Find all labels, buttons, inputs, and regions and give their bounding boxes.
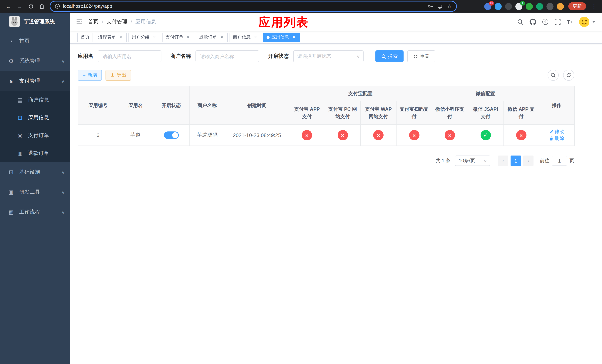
tab-close-icon[interactable]: × — [253, 35, 258, 40]
filter-form: 应用名 商户名称 开启状态 请选择开启状态 ∨ 搜索 — [78, 50, 574, 62]
font-size-icon[interactable]: TT — [567, 19, 572, 25]
tab-close-icon[interactable]: × — [118, 35, 123, 40]
sidebar-item-系统管理[interactable]: ⚙系统管理∨ — [0, 51, 70, 71]
toggle-search-icon[interactable] — [548, 70, 559, 81]
next-page-button[interactable]: › — [523, 156, 534, 166]
tab-首页[interactable]: 首页 — [77, 32, 93, 42]
export-button[interactable]: 导出 — [106, 70, 131, 81]
password-key-icon[interactable] — [428, 4, 433, 9]
tab-close-icon[interactable]: × — [291, 35, 297, 40]
extension-icon-7[interactable] — [547, 3, 553, 10]
fullscreen-icon[interactable] — [554, 19, 560, 25]
extension-icon-6[interactable] — [536, 3, 543, 10]
hamburger-icon[interactable] — [70, 19, 88, 25]
sidebar-item-退款订单[interactable]: ▥退款订单 — [0, 144, 70, 162]
wechat-mini-status-icon: × — [445, 130, 455, 140]
doc-icon: ▥ — [16, 150, 24, 157]
extension-badge: 10 — [489, 1, 494, 5]
goto-page-input[interactable] — [552, 156, 567, 166]
sidebar-item-应用信息[interactable]: ⊞应用信息 — [0, 109, 70, 127]
browser-update-button[interactable]: 更新 — [568, 2, 586, 10]
extension-icon-5[interactable] — [526, 3, 533, 10]
alipay-app-status-icon: × — [302, 130, 312, 140]
page-size-select[interactable]: 10条/页 ∨ — [455, 156, 490, 166]
breadcrumb-item-home[interactable]: 首页 — [88, 19, 98, 25]
tab-支付订单[interactable]: 支付订单× — [162, 32, 194, 42]
page-1-button[interactable]: 1 — [511, 156, 521, 166]
add-button-label: 新增 — [87, 72, 97, 78]
breadcrumb-item-pay[interactable]: 支付管理 — [107, 19, 127, 25]
sidebar-item-基础设施[interactable]: ⊡基础设施∨ — [0, 162, 70, 182]
merchant-name-input[interactable] — [195, 50, 259, 62]
tab-退款订单[interactable]: 退款订单× — [196, 32, 228, 42]
url-text[interactable]: localhost:1024/pay/app — [63, 4, 423, 9]
user-avatar[interactable] — [579, 16, 595, 27]
sidebar-item-商户信息[interactable]: ▤商户信息 — [0, 91, 70, 109]
sidebar-item-工作流程[interactable]: ▨工作流程∨ — [0, 202, 70, 222]
help-icon[interactable]: ? — [542, 19, 548, 25]
export-button-label: 导出 — [117, 72, 126, 78]
address-bar[interactable]: localhost:1024/pay/app ☆ — [50, 1, 456, 11]
bookmark-star-icon[interactable]: ☆ — [447, 3, 452, 9]
plus-icon: + — [83, 73, 86, 78]
reset-button[interactable]: 重置 — [407, 50, 435, 62]
col-app-name: 应用名 — [118, 86, 153, 125]
status-select[interactable]: 请选择开启状态 ∨ — [293, 50, 364, 62]
navbar-actions: ? TT — [517, 16, 602, 27]
tab-用户分组[interactable]: 用户分组× — [129, 32, 160, 42]
search-button[interactable]: 搜索 — [376, 50, 404, 62]
search-icon[interactable] — [517, 19, 523, 25]
app-name-label: 应用名 — [78, 53, 93, 60]
edit-button-label: 修改 — [555, 128, 564, 135]
sidebar-item-支付订单[interactable]: ◉支付订单 — [0, 127, 70, 144]
tab-close-icon[interactable]: × — [219, 35, 224, 40]
back-icon[interactable]: ← — [4, 1, 13, 11]
app-name-input[interactable] — [98, 50, 161, 62]
gear-icon: ⚙ — [7, 58, 15, 64]
sidebar-item-label: 退款订单 — [28, 150, 49, 157]
col-alipay-app: 支付宝 APP 支付 — [289, 101, 325, 125]
tab-close-icon[interactable]: × — [185, 35, 191, 40]
forward-icon[interactable]: → — [15, 1, 24, 11]
tab-应用信息[interactable]: 应用信息× — [263, 32, 300, 42]
prev-page-button[interactable]: ‹ — [498, 156, 508, 166]
col-app-id: 应用编号 — [78, 86, 118, 125]
reload-icon[interactable] — [26, 1, 35, 11]
browser-menu-icon[interactable]: ⋮ — [590, 3, 598, 10]
sidebar-item-首页[interactable]: ◔首页 — [0, 31, 70, 51]
sidebar: 芋道管理系统 ◔首页⚙系统管理∨¥支付管理∧▤商户信息⊞应用信息◉支付订单▥退款… — [0, 13, 70, 364]
sidebar-item-研发工具[interactable]: ▣研发工具∨ — [0, 182, 70, 202]
table-row: 6 芋道 芋道源码 2021-10-23 08:49:25 × × — [78, 125, 574, 146]
extension-icon-4[interactable]: 1 — [515, 3, 522, 10]
col-status: 开启状态 — [153, 86, 189, 125]
col-alipay-pc: 支付宝 PC 网站支付 — [325, 101, 360, 125]
alipay-pc-status-icon: × — [337, 130, 348, 140]
tab-流程表单[interactable]: 流程表单× — [95, 32, 127, 42]
home-icon[interactable] — [37, 1, 47, 11]
github-icon[interactable] — [529, 19, 536, 25]
extension-icon-3[interactable] — [505, 3, 512, 10]
delete-button[interactable]: 删除 — [549, 135, 564, 142]
active-tab-dot — [267, 36, 269, 39]
tab-商户信息[interactable]: 商户信息× — [230, 32, 261, 42]
profile-avatar[interactable] — [557, 3, 564, 10]
sidebar-item-支付管理[interactable]: ¥支付管理∧ — [0, 71, 70, 91]
status-toggle[interactable] — [164, 131, 179, 139]
search-button-label: 搜索 — [388, 53, 398, 60]
tab-close-icon[interactable]: × — [152, 35, 157, 40]
edit-button[interactable]: 修改 — [549, 128, 564, 135]
site-info-icon[interactable] — [55, 4, 60, 9]
refresh-icon[interactable] — [563, 70, 574, 81]
sidebar-item-label: 支付订单 — [28, 132, 49, 139]
share-icon[interactable] — [437, 4, 443, 9]
app-logo[interactable]: 芋道管理系统 — [0, 13, 70, 31]
extension-icon-1[interactable]: 10 — [484, 3, 491, 10]
extension-icon-2[interactable] — [495, 3, 502, 10]
cell-actions: 修改 删除 — [539, 125, 574, 146]
delete-button-label: 删除 — [555, 135, 564, 142]
chevron-down-icon: ∨ — [61, 210, 65, 214]
chevron-down-icon: ∨ — [61, 190, 65, 194]
add-button[interactable]: + 新增 — [78, 70, 102, 81]
alipay-qr-status-icon: × — [409, 130, 419, 140]
chevron-down-icon: ∨ — [356, 54, 360, 58]
